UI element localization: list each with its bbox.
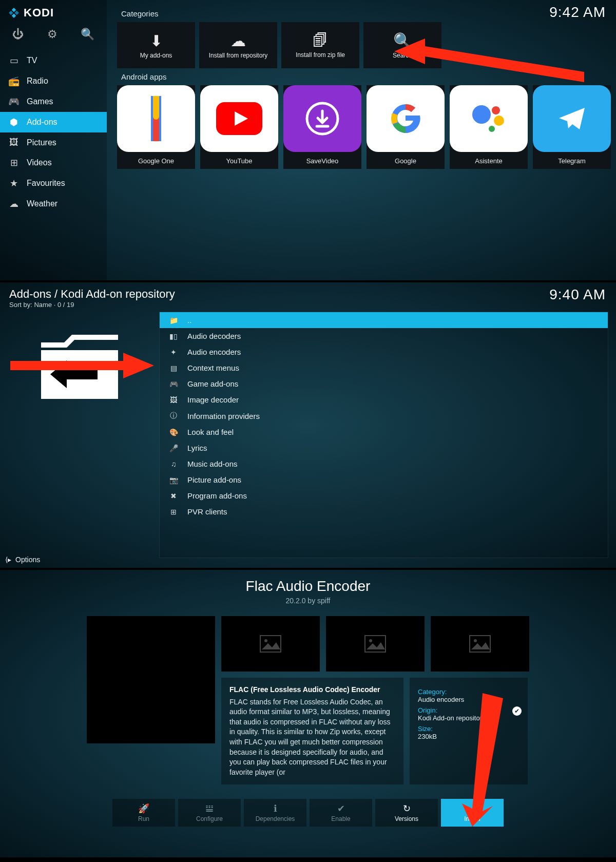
svg-marker-20 <box>462 693 503 827</box>
annotation-arrow-icon <box>10 353 154 378</box>
category-list[interactable]: 📁.. ▮▯Audio decoders ✦Audio encoders ▤Co… <box>159 312 608 558</box>
nav-favourites[interactable]: ★Favourites <box>0 173 107 194</box>
action-bar: 🚀Run 𝍎Configure ℹDependencies ✔Enable ↻V… <box>0 799 616 827</box>
folder-icon: 📁 <box>169 316 178 324</box>
row-program-addons[interactable]: ✖Program add-ons <box>160 488 608 504</box>
install-from-zip-tile[interactable]: 🗐Install from zip file <box>281 22 359 68</box>
youtube-icon <box>200 85 278 152</box>
row-up[interactable]: 📁.. <box>160 312 608 328</box>
install-from-repo-tile[interactable]: ☁Install from repository <box>199 22 277 68</box>
svg-point-8 <box>472 105 491 124</box>
tv-icon: ▭ <box>8 55 20 66</box>
sliders-icon: 𝍎 <box>205 803 214 814</box>
breadcrumb: Add-ons / Kodi Add-on repository <box>0 282 616 301</box>
app-google[interactable]: Google <box>367 85 445 169</box>
screenshot-thumb[interactable] <box>326 616 425 672</box>
nav-games[interactable]: 🎮Games <box>0 91 107 112</box>
kodi-wordmark: KODI <box>24 6 54 20</box>
row-label: .. <box>187 316 191 324</box>
app-telegram[interactable]: Telegram <box>533 85 611 169</box>
row-label: PVR clients <box>187 507 227 516</box>
games-icon: 🎮 <box>8 96 20 107</box>
row-label: Program add-ons <box>187 491 247 500</box>
tile-label: Install from zip file <box>296 51 345 59</box>
app-label: SaveVideo <box>306 157 339 165</box>
app-savevideo[interactable]: SaveVideo <box>283 85 361 169</box>
gamepad-icon: 🎮 <box>169 380 178 388</box>
addon-icon-large <box>87 616 215 743</box>
my-addons-tile[interactable]: ⬇My add-ons <box>117 22 195 68</box>
search-icon[interactable]: 🔍 <box>81 28 94 41</box>
clock: 9:40 AM <box>549 286 606 303</box>
row-label: Audio decoders <box>187 332 241 340</box>
row-audio-encoders[interactable]: ✦Audio encoders <box>160 344 608 360</box>
row-music-addons[interactable]: ♫Music add-ons <box>160 456 608 472</box>
refresh-icon: ↻ <box>403 803 411 814</box>
power-icon[interactable]: ⏻ <box>12 28 24 41</box>
run-button[interactable]: 🚀Run <box>112 799 175 827</box>
row-look-and-feel[interactable]: 🎨Look and feel <box>160 424 608 440</box>
box-down-icon: ⬇ <box>150 32 163 50</box>
svg-point-17 <box>369 639 372 642</box>
btn-label: Configure <box>196 815 223 822</box>
cloud-down-icon: ☁ <box>230 32 246 50</box>
kodi-logo-row: KODI <box>0 0 107 23</box>
left-pane <box>0 312 159 558</box>
app-label: Asistente <box>475 157 502 165</box>
row-picture-addons[interactable]: 📷Picture add-ons <box>160 472 608 488</box>
description-title: FLAC (Free Lossless Audio Codec) Encoder <box>229 685 395 695</box>
image-icon: 🖼 <box>169 396 178 404</box>
row-audio-decoders[interactable]: ▮▯Audio decoders <box>160 328 608 344</box>
row-context-menus[interactable]: ▤Context menus <box>160 360 608 376</box>
btn-label: Enable <box>331 815 350 822</box>
app-asistente[interactable]: Asistente <box>450 85 528 169</box>
sidebar: KODI ⏻ ⚙ 🔍 ▭TV 📻Radio 🎮Games ⬢Add-ons 🖼P… <box>0 0 107 280</box>
addon-version: 20.2.0 <box>286 597 306 605</box>
row-lyrics[interactable]: 🎤Lyrics <box>160 440 608 456</box>
addon-content: FLAC (Free Lossless Audio Codec) Encoder… <box>0 616 616 784</box>
savevideo-icon <box>283 85 361 152</box>
row-image-decoder[interactable]: 🖼Image decoder <box>160 392 608 408</box>
mic-icon: 🎤 <box>169 444 178 452</box>
nav-radio[interactable]: 📻Radio <box>0 71 107 91</box>
camera-icon: 📷 <box>169 476 178 484</box>
options-button[interactable]: ⟨▸ Options <box>5 555 40 564</box>
row-label: Context menus <box>187 363 239 372</box>
weather-icon: ☁ <box>8 198 20 209</box>
info-icon: ⓘ <box>169 411 178 420</box>
categories-heading: Categories <box>121 9 611 18</box>
svg-rect-0 <box>12 8 16 12</box>
app-label: Google One <box>138 157 174 165</box>
addon-author: spiff <box>317 597 330 605</box>
addon-meta: 20.2.0 by spiff <box>0 597 616 605</box>
assistant-icon <box>450 85 528 152</box>
row-info-providers[interactable]: ⓘInformation providers <box>160 408 608 424</box>
nav-weather[interactable]: ☁Weather <box>0 194 107 214</box>
row-game-addons[interactable]: 🎮Game add-ons <box>160 376 608 392</box>
svg-point-11 <box>489 126 495 132</box>
nav-label: Add-ons <box>27 118 57 127</box>
annotation-arrow-icon <box>394 36 589 92</box>
app-google-one[interactable]: Google One <box>117 85 195 169</box>
sort-line: Sort by: Name · 0 / 19 <box>0 301 616 312</box>
nav-videos[interactable]: ⊞Videos <box>0 152 107 173</box>
description-body: FLAC stands for Free Lossless Audio Code… <box>229 697 395 778</box>
versions-button[interactable]: ↻Versions <box>375 799 438 827</box>
app-youtube[interactable]: YouTube <box>200 85 278 169</box>
nav-addons[interactable]: ⬢Add-ons <box>0 112 107 132</box>
screenshot-thumb[interactable] <box>431 616 529 672</box>
nav-label: Weather <box>27 199 57 208</box>
nav-pictures[interactable]: 🖼Pictures <box>0 132 107 152</box>
enable-button[interactable]: ✔Enable <box>310 799 372 827</box>
nav-label: Radio <box>27 76 48 86</box>
row-label: Picture add-ons <box>187 475 241 484</box>
palette-icon: 🎨 <box>169 428 178 436</box>
svg-rect-18 <box>470 636 490 652</box>
row-pvr-clients[interactable]: ⊞PVR clients <box>160 504 608 520</box>
dependencies-button[interactable]: ℹDependencies <box>244 799 306 827</box>
screenshot-thumb[interactable] <box>221 616 320 672</box>
nav-tv[interactable]: ▭TV <box>0 50 107 71</box>
gear-icon[interactable]: ⚙ <box>47 28 57 41</box>
configure-button[interactable]: 𝍎Configure <box>178 799 241 827</box>
image-placeholder-icon <box>364 635 386 653</box>
